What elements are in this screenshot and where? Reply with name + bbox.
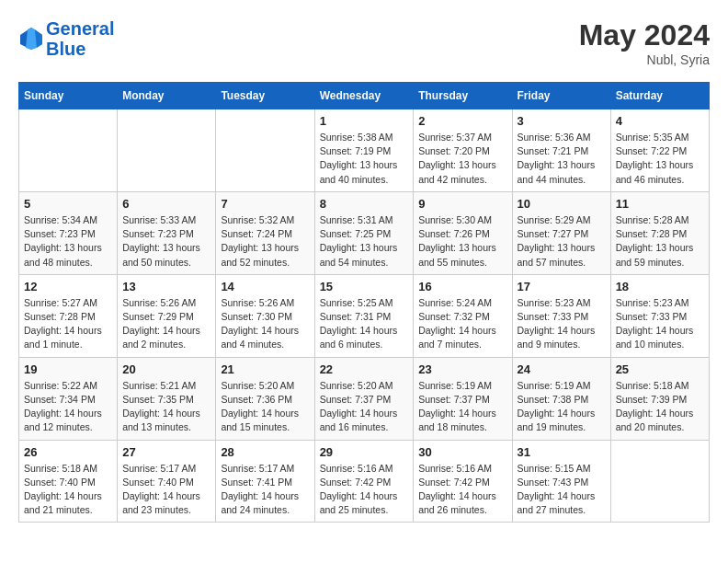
calendar-cell: 23Sunrise: 5:19 AMSunset: 7:37 PMDayligh… [414,357,512,440]
calendar-cell: 4Sunrise: 5:35 AMSunset: 7:22 PMDaylight… [610,109,709,192]
calendar-cell [19,109,118,192]
day-info: Sunrise: 5:33 AMSunset: 7:23 PMDaylight:… [122,213,210,270]
calendar-cell: 3Sunrise: 5:36 AMSunset: 7:21 PMDaylight… [512,109,610,192]
day-info: Sunrise: 5:26 AMSunset: 7:29 PMDaylight:… [122,296,210,352]
day-number: 6 [122,197,210,211]
calendar-cell: 24Sunrise: 5:19 AMSunset: 7:38 PMDayligh… [512,357,610,440]
day-info: Sunrise: 5:25 AMSunset: 7:31 PMDaylight:… [320,296,409,352]
day-info: Sunrise: 5:23 AMSunset: 7:33 PMDaylight:… [518,296,606,352]
calendar-cell: 8Sunrise: 5:31 AMSunset: 7:25 PMDaylight… [314,191,414,274]
calendar-cell: 10Sunrise: 5:29 AMSunset: 7:27 PMDayligh… [512,191,610,274]
day-number: 17 [518,280,606,293]
day-info: Sunrise: 5:22 AMSunset: 7:34 PMDaylight:… [24,379,112,435]
calendar-cell: 17Sunrise: 5:23 AMSunset: 7:33 PMDayligh… [512,274,610,357]
day-number: 27 [122,445,210,459]
day-number: 11 [616,197,704,211]
day-info: Sunrise: 5:19 AMSunset: 7:37 PMDaylight:… [418,379,506,435]
day-info: Sunrise: 5:24 AMSunset: 7:32 PMDaylight:… [418,296,506,352]
day-number: 21 [221,362,309,376]
day-number: 24 [518,362,606,376]
day-number: 12 [24,280,112,293]
calendar-cell: 15Sunrise: 5:25 AMSunset: 7:31 PMDayligh… [314,274,414,357]
calendar-cell: 11Sunrise: 5:28 AMSunset: 7:28 PMDayligh… [610,191,709,274]
day-number: 20 [122,362,210,376]
calendar-cell: 6Sunrise: 5:33 AMSunset: 7:23 PMDaylight… [118,191,216,274]
calendar-cell: 18Sunrise: 5:23 AMSunset: 7:33 PMDayligh… [610,274,709,357]
day-info: Sunrise: 5:26 AMSunset: 7:30 PMDaylight:… [221,296,309,352]
calendar-cell [118,109,216,192]
day-info: Sunrise: 5:23 AMSunset: 7:33 PMDaylight:… [616,296,704,352]
calendar-cell: 16Sunrise: 5:24 AMSunset: 7:32 PMDayligh… [414,274,512,357]
logo-text: General Blue [46,18,114,59]
calendar-cell: 5Sunrise: 5:34 AMSunset: 7:23 PMDaylight… [19,191,118,274]
day-info: Sunrise: 5:16 AMSunset: 7:42 PMDaylight:… [320,462,409,518]
day-info: Sunrise: 5:36 AMSunset: 7:21 PMDaylight:… [518,131,606,187]
day-info: Sunrise: 5:27 AMSunset: 7:28 PMDaylight:… [24,296,112,352]
day-info: Sunrise: 5:15 AMSunset: 7:43 PMDaylight:… [518,462,606,518]
day-info: Sunrise: 5:34 AMSunset: 7:23 PMDaylight:… [24,213,112,270]
calendar-table: SundayMondayTuesdayWednesdayThursdayFrid… [18,82,710,523]
day-info: Sunrise: 5:37 AMSunset: 7:20 PMDaylight:… [418,131,506,187]
calendar-cell: 28Sunrise: 5:17 AMSunset: 7:41 PMDayligh… [216,440,314,523]
day-info: Sunrise: 5:31 AMSunset: 7:25 PMDaylight:… [320,213,409,270]
calendar-cell: 7Sunrise: 5:32 AMSunset: 7:24 PMDaylight… [216,191,314,274]
day-number: 14 [221,280,309,293]
day-info: Sunrise: 5:30 AMSunset: 7:26 PMDaylight:… [418,213,506,270]
day-number: 19 [24,362,112,376]
day-info: Sunrise: 5:18 AMSunset: 7:40 PMDaylight:… [24,462,112,518]
calendar-cell: 21Sunrise: 5:20 AMSunset: 7:36 PMDayligh… [216,357,314,440]
day-info: Sunrise: 5:17 AMSunset: 7:40 PMDaylight:… [122,462,210,518]
day-number: 22 [320,362,409,376]
day-number: 25 [616,362,704,376]
logo-icon [18,26,44,52]
day-number: 3 [518,114,606,128]
day-number: 26 [24,445,112,459]
calendar-cell: 27Sunrise: 5:17 AMSunset: 7:40 PMDayligh… [118,440,216,523]
calendar-cell: 30Sunrise: 5:16 AMSunset: 7:42 PMDayligh… [414,440,512,523]
day-number: 16 [418,280,506,293]
day-number: 8 [320,197,409,211]
col-header-friday: Friday [512,83,610,109]
calendar-cell: 9Sunrise: 5:30 AMSunset: 7:26 PMDaylight… [414,191,512,274]
col-header-sunday: Sunday [19,83,118,109]
day-number: 10 [518,197,606,211]
day-info: Sunrise: 5:19 AMSunset: 7:38 PMDaylight:… [518,379,606,435]
day-info: Sunrise: 5:21 AMSunset: 7:35 PMDaylight:… [122,379,210,435]
day-number: 30 [418,445,506,459]
col-header-monday: Monday [118,83,216,109]
day-info: Sunrise: 5:18 AMSunset: 7:39 PMDaylight:… [616,379,704,435]
month-year: May 2024 [579,18,710,52]
calendar-cell: 14Sunrise: 5:26 AMSunset: 7:30 PMDayligh… [216,274,314,357]
calendar-cell: 12Sunrise: 5:27 AMSunset: 7:28 PMDayligh… [19,274,118,357]
day-info: Sunrise: 5:20 AMSunset: 7:36 PMDaylight:… [221,379,309,435]
col-header-tuesday: Tuesday [216,83,314,109]
col-header-wednesday: Wednesday [314,83,414,109]
day-info: Sunrise: 5:32 AMSunset: 7:24 PMDaylight:… [221,213,309,270]
day-number: 15 [320,280,409,293]
calendar-cell [216,109,314,192]
day-number: 29 [320,445,409,459]
day-number: 18 [616,280,704,293]
day-number: 28 [221,445,309,459]
title-block: May 2024 Nubl, Syria [579,18,710,67]
day-number: 9 [418,197,506,211]
calendar-cell: 2Sunrise: 5:37 AMSunset: 7:20 PMDaylight… [414,109,512,192]
calendar-cell: 20Sunrise: 5:21 AMSunset: 7:35 PMDayligh… [118,357,216,440]
logo: General Blue [18,18,114,59]
calendar-cell: 22Sunrise: 5:20 AMSunset: 7:37 PMDayligh… [314,357,414,440]
day-info: Sunrise: 5:29 AMSunset: 7:27 PMDaylight:… [518,213,606,270]
day-number: 13 [122,280,210,293]
col-header-thursday: Thursday [414,83,512,109]
day-info: Sunrise: 5:16 AMSunset: 7:42 PMDaylight:… [418,462,506,518]
day-info: Sunrise: 5:35 AMSunset: 7:22 PMDaylight:… [616,131,704,187]
location: Nubl, Syria [579,52,710,67]
day-number: 23 [418,362,506,376]
day-number: 5 [24,197,112,211]
calendar-cell: 13Sunrise: 5:26 AMSunset: 7:29 PMDayligh… [118,274,216,357]
day-number: 7 [221,197,309,211]
page-header: General Blue May 2024 Nubl, Syria [18,18,710,67]
day-info: Sunrise: 5:28 AMSunset: 7:28 PMDaylight:… [616,213,704,270]
day-number: 31 [518,445,606,459]
day-number: 2 [418,114,506,128]
calendar-cell: 26Sunrise: 5:18 AMSunset: 7:40 PMDayligh… [19,440,118,523]
